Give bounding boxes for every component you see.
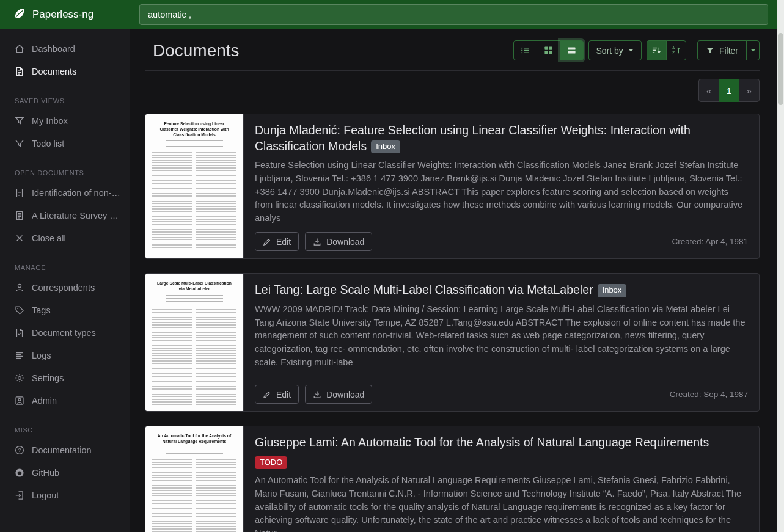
sidebar-item-correspondents[interactable]: Correspondents [0,276,130,299]
thumbnail-title: An Automatic Tool for the Analysis of Na… [155,434,234,445]
document-title-link[interactable]: Lei Tang: Large Scale Multi-Label Classi… [255,282,748,298]
sidebar-item-todo-list[interactable]: Todo list [0,132,130,155]
document-card-body: Lei Tang: Large Scale Multi-Label Classi… [244,274,759,411]
thumbnail-title: Large Scale Multi-Label Classification v… [155,281,234,292]
sidebar-section-title-saved-views: SAVED VIEWS [0,82,130,109]
sidebar-item-documentation[interactable]: ? Documentation [0,439,130,461]
document-type-icon [15,328,24,338]
admin-icon [15,396,24,406]
created-date: Created: Apr 4, 1981 [672,237,748,246]
download-icon [313,238,321,246]
logs-icon [15,351,24,360]
sidebar-item-open-document-1[interactable]: Identification of non-fu... [0,181,130,204]
person-icon [15,283,24,293]
dashboard-icon [15,44,24,54]
sidebar-item-logs[interactable]: Logs [0,344,130,366]
vertical-scrollbar[interactable] [777,0,784,532]
pagination-next-button[interactable]: » [739,79,760,102]
sidebar-item-my-inbox[interactable]: My Inbox [0,109,130,132]
tag-badge[interactable]: Inbox [371,140,400,153]
sidebar-item-github[interactable]: GitHub [0,461,130,484]
filter-caret-button[interactable] [746,40,760,60]
sidebar-item-documents[interactable]: Documents [0,60,130,82]
funnel-icon [15,139,24,148]
edit-button[interactable]: Edit [255,232,299,251]
brand[interactable]: Paperless-ng [0,7,130,23]
sort-direction-group: AZ [647,40,686,60]
svg-text:A: A [672,46,675,50]
sort-alpha-button[interactable]: AZ [666,40,686,60]
tag-badge[interactable]: TODO [255,456,287,469]
download-button[interactable]: Download [305,232,372,251]
brand-name: Paperless-ng [32,9,93,21]
document-thumbnail[interactable]: Feature Selection using Linear Classifie… [145,114,244,258]
sidebar-item-open-document-2[interactable]: A Literature Survey on ... [0,204,130,227]
gear-icon [15,373,24,383]
funnel-icon [15,116,24,126]
sidebar-item-close-all[interactable]: Close all [0,227,130,249]
pagination-page-1-button[interactable]: 1 [719,79,739,102]
pagination: « 1 » [145,79,760,102]
sidebar-item-document-types[interactable]: Document types [0,321,130,344]
tag-icon [15,305,24,315]
document-card-body: Dunja Mladenić: Feature Selection using … [244,114,759,258]
thumbnail-title: Feature Selection using Linear Classifie… [155,122,234,137]
download-button[interactable]: Download [305,385,372,404]
document-title-link[interactable]: Giuseppe Lami: An Automatic Tool for the… [255,435,748,469]
sidebar-item-tags[interactable]: Tags [0,299,130,321]
view-details-button[interactable] [560,40,584,60]
caret-down-icon [750,48,756,53]
caret-down-icon [628,48,634,53]
pencil-icon [263,390,271,399]
sidebar-nav: Dashboard Documents SAVED VIEWS My Inbox… [0,37,130,506]
document-card-body: Giuseppe Lami: An Automatic Tool for the… [244,426,759,532]
file-text-icon [15,188,24,198]
document-thumbnail[interactable]: Large Scale Multi-Label Classification v… [145,274,244,411]
close-icon [15,233,24,243]
sort-descending-icon [652,46,661,55]
filter-button[interactable]: Filter [697,40,747,60]
document-title-link[interactable]: Dunja Mladenić: Feature Selection using … [255,123,748,154]
tag-badge[interactable]: Inbox [598,284,627,297]
view-grid-button[interactable] [537,40,560,60]
document-thumbnail[interactable]: An Automatic Tool for the Analysis of Na… [145,426,244,532]
sidebar-item-settings[interactable]: Settings [0,366,130,389]
edit-button[interactable]: Edit [255,385,299,404]
sidebar-item-dashboard[interactable]: Dashboard [0,37,130,60]
thumbnail-text-columns [152,152,236,252]
svg-text:Z: Z [672,51,675,55]
document-card: Feature Selection using Linear Classifie… [145,114,760,259]
sort-descending-button[interactable] [647,40,667,60]
svg-text:?: ? [18,447,21,453]
document-excerpt: WWW 2009 MADRID! Track: Data Mining / Se… [255,303,748,377]
logout-icon [15,490,24,500]
document-excerpt: Feature Selection using Linear Classifie… [255,159,748,225]
detail-view-icon [567,46,576,55]
file-text-icon [15,211,24,220]
pencil-icon [263,238,271,246]
global-search-input[interactable] [139,4,768,25]
grid-view-icon [544,46,553,55]
sidebar-item-admin[interactable]: Admin [0,389,130,412]
sidebar-section-title-misc: MISC [0,412,130,439]
sidebar: Dashboard Documents SAVED VIEWS My Inbox… [0,29,130,532]
pagination-prev-button[interactable]: « [698,79,719,102]
filter-split-button: Filter [697,40,760,60]
documents-page: Documents Sort by [131,29,784,532]
sort-by-dropdown[interactable]: Sort by [588,40,642,60]
scrollbar-thumb[interactable] [778,33,783,105]
sidebar-section-title-open-documents: OPEN DOCUMENTS [0,155,130,181]
paperless-leaf-logo-icon [13,7,26,23]
document-card: An Automatic Tool for the Analysis of Na… [145,426,760,532]
thumbnail-text-lines [166,448,223,455]
documents-toolbar: Sort by AZ Filter [513,40,760,60]
view-list-button[interactable] [513,40,537,60]
github-icon [15,468,24,478]
thumbnail-text-lines [166,295,223,302]
document-excerpt: An Automatic Tool for the Analysis of Na… [255,474,748,532]
thumbnail-text-lines [166,140,223,148]
page-title: Documents [153,41,240,60]
sidebar-section-title-manage: MANAGE [0,249,130,276]
sidebar-item-logout[interactable]: Logout [0,484,130,506]
sort-alpha-icon: AZ [672,46,681,55]
